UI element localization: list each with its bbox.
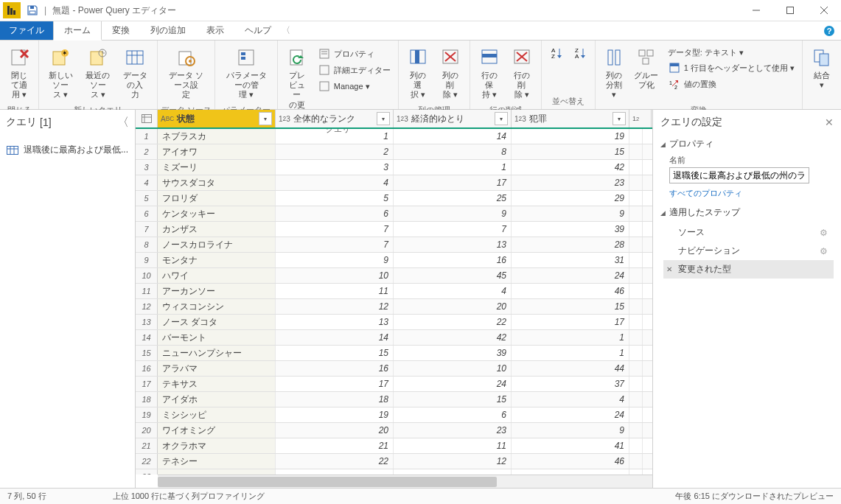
cell-afford[interactable]: 17 xyxy=(394,175,512,190)
combine-button[interactable]: 結合 ▾ xyxy=(806,43,838,93)
cell-state[interactable]: ミズーリ xyxy=(158,160,276,175)
cell-crime[interactable]: 1 xyxy=(512,346,629,360)
cell-state[interactable]: テキサス xyxy=(158,377,276,391)
cell-state[interactable]: バーモント xyxy=(158,330,276,345)
gear-icon[interactable]: ⚙ xyxy=(820,246,828,256)
cell-rank[interactable]: 7 xyxy=(276,237,394,252)
cell-rank[interactable]: 6 xyxy=(276,206,394,221)
choose-columns-button[interactable]: 列の選 択 ▾ xyxy=(402,43,434,103)
horizontal-scrollbar[interactable] xyxy=(158,475,652,488)
cell-crime[interactable]: 29 xyxy=(512,191,629,206)
table-row[interactable]: 16 アラバマ 16 10 44 xyxy=(136,361,652,377)
table-row[interactable]: 15 ニューハンプシャー 15 39 1 xyxy=(136,346,652,361)
cell-afford[interactable]: 25 xyxy=(394,191,512,206)
tab-home[interactable]: ホーム xyxy=(53,21,102,41)
cell-state[interactable]: ネブラスカ xyxy=(158,129,276,144)
table-row[interactable]: 5 フロリダ 5 25 29 xyxy=(136,191,652,206)
table-row[interactable]: 17 テキサス 17 24 37 xyxy=(136,377,652,392)
cell-afford[interactable]: 42 xyxy=(394,330,512,345)
step-source[interactable]: ソース⚙ xyxy=(663,223,834,242)
cell-state[interactable]: ワイオミング xyxy=(158,423,276,438)
step-navigation[interactable]: ナビゲーション⚙ xyxy=(663,242,834,260)
cell-afford[interactable]: 39 xyxy=(394,346,512,360)
cell-crime[interactable]: 46 xyxy=(512,284,629,298)
remove-columns-button[interactable]: 列の削 除 ▾ xyxy=(434,43,467,103)
cell-state[interactable] xyxy=(158,469,276,475)
cell-state[interactable]: ニューハンプシャー xyxy=(158,346,276,360)
cell-crime[interactable]: 9 xyxy=(512,423,629,438)
cell-rank[interactable]: 9 xyxy=(276,253,394,267)
filter-button[interactable]: ▾ xyxy=(259,112,272,125)
cell-afford[interactable]: 23 xyxy=(394,423,512,438)
cell-afford[interactable]: 4 xyxy=(394,284,512,298)
cell-crime[interactable]: 46 xyxy=(512,454,629,469)
enter-data-button[interactable]: データの入 力 xyxy=(116,43,154,103)
minimize-button[interactable] xyxy=(739,0,773,21)
cell-crime[interactable]: 31 xyxy=(512,253,629,267)
cell-afford[interactable]: 6 xyxy=(394,407,512,422)
cell-state[interactable]: ハワイ xyxy=(158,268,276,283)
cell-rank[interactable]: 5 xyxy=(276,191,394,206)
tab-transform[interactable]: 変換 xyxy=(102,21,140,40)
cell-crime[interactable]: 17 xyxy=(512,315,629,329)
cell-crime[interactable]: 15 xyxy=(512,144,629,159)
step-changed-type[interactable]: 変更された型 xyxy=(663,260,834,279)
cell-state[interactable]: モンタナ xyxy=(158,253,276,267)
column-header-afford[interactable]: 123 経済的ゆとり ▾ xyxy=(394,110,512,127)
cell-afford[interactable]: 9 xyxy=(394,206,512,221)
cell-rank[interactable]: 22 xyxy=(276,454,394,469)
cell-afford[interactable]: 11 xyxy=(394,438,512,453)
all-properties-link[interactable]: すべてのプロパティ xyxy=(669,188,742,199)
cell-afford[interactable]: 15 xyxy=(394,392,512,407)
cell-rank[interactable]: 1 xyxy=(276,129,394,144)
cell-rank[interactable]: 7 xyxy=(276,222,394,237)
tab-help[interactable]: ヘルプ xyxy=(234,21,282,40)
sort-asc-button[interactable]: AZ xyxy=(545,43,568,65)
properties-button[interactable]: プロパティ xyxy=(318,46,374,62)
settings-close-icon[interactable]: ✕ xyxy=(825,116,834,128)
keep-rows-button[interactable]: 行の保 持 ▾ xyxy=(473,43,506,103)
table-row[interactable]: 21 オクラホマ 21 11 41 xyxy=(136,438,652,454)
tab-addcolumn[interactable]: 列の追加 xyxy=(140,21,196,40)
cell-crime[interactable]: 4 xyxy=(512,392,629,407)
cell-crime[interactable]: 9 xyxy=(512,206,629,221)
cell-state[interactable]: アーカンソー xyxy=(158,284,276,298)
ribbon-collapse-icon[interactable]: 〈 xyxy=(282,21,290,40)
cell-afford[interactable]: 24 xyxy=(394,377,512,391)
cell-state[interactable]: アイダホ xyxy=(158,392,276,407)
table-row[interactable]: 11 アーカンソー 11 4 46 xyxy=(136,284,652,299)
cell-state[interactable]: ノース ダコタ xyxy=(158,315,276,329)
table-row[interactable]: 7 カンザス 7 7 39 xyxy=(136,222,652,237)
table-row[interactable]: 3 ミズーリ 3 1 42 xyxy=(136,160,652,175)
cell-afford[interactable]: 22 xyxy=(394,315,512,329)
cell-crime[interactable]: 42 xyxy=(512,160,629,175)
cell-rank[interactable]: 20 xyxy=(276,423,394,438)
filter-button[interactable]: ▾ xyxy=(495,112,508,125)
split-column-button[interactable]: 列の分割 ▾ xyxy=(599,43,629,103)
cell-rank[interactable]: 16 xyxy=(276,361,394,376)
cell-state[interactable]: ノースカロライナ xyxy=(158,237,276,252)
sort-desc-button[interactable]: ZA xyxy=(568,43,592,65)
replace-values-button[interactable]: 12値の置換 xyxy=(668,76,716,92)
cell-rank[interactable]: 19 xyxy=(276,407,394,422)
cell-state[interactable]: オクラホマ xyxy=(158,438,276,453)
table-row[interactable]: 14 バーモント 14 42 1 xyxy=(136,330,652,346)
cell-state[interactable]: フロリダ xyxy=(158,191,276,206)
group-by-button[interactable]: グループ化 xyxy=(629,43,663,93)
cell-rank[interactable]: 4 xyxy=(276,175,394,190)
cell-afford[interactable]: 45 xyxy=(394,268,512,283)
cell-crime[interactable]: 15 xyxy=(512,299,629,314)
table-row[interactable]: 1 ネブラスカ 1 14 19 xyxy=(136,129,652,144)
cell-crime[interactable]: 39 xyxy=(512,222,629,237)
cell-rank[interactable]: 18 xyxy=(276,392,394,407)
maximize-button[interactable] xyxy=(773,0,807,21)
table-row[interactable]: 13 ノース ダコタ 13 22 17 xyxy=(136,315,652,330)
cell-crime[interactable]: 24 xyxy=(512,407,629,422)
save-icon[interactable] xyxy=(24,1,41,19)
cell-rank[interactable]: 15 xyxy=(276,346,394,360)
query-name-input[interactable] xyxy=(669,167,809,183)
cell-rank[interactable]: 3 xyxy=(276,160,394,175)
cell-rank[interactable]: 11 xyxy=(276,284,394,298)
close-button[interactable] xyxy=(807,0,841,21)
cell-state[interactable]: ケンタッキー xyxy=(158,206,276,221)
